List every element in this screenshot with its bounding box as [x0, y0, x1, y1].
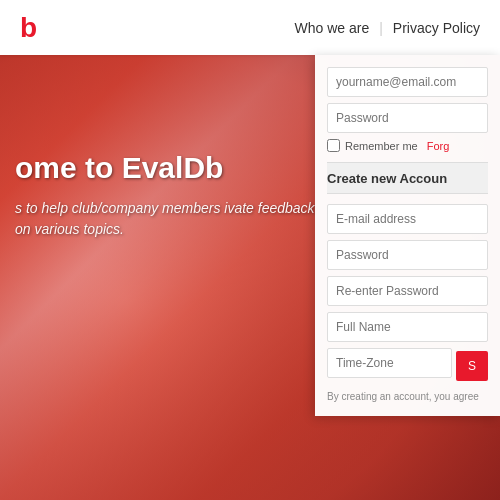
register-section-title: Create new Accoun [327, 171, 447, 186]
register-divider: Create new Accoun [327, 162, 488, 194]
nav-divider: | [379, 20, 383, 36]
hero-subtitle: s to help club/company members ivate fee… [15, 198, 325, 240]
register-reenter-password-input[interactable] [327, 276, 488, 306]
timezone-row: S [327, 348, 488, 384]
navigation: Who we are | Privacy Policy [295, 20, 480, 36]
remember-me-checkbox[interactable] [327, 139, 340, 152]
login-password-input[interactable] [327, 103, 488, 133]
privacy-policy-link[interactable]: Privacy Policy [393, 20, 480, 36]
register-section: S By creating an account, you agree [327, 204, 488, 404]
hero-title: ome to EvalDb [15, 150, 325, 186]
logo: b [20, 12, 36, 44]
auth-panel: Remember me Forg Create new Accoun S By … [315, 55, 500, 416]
remember-row: Remember me Forg [327, 139, 488, 152]
register-agreement-text: By creating an account, you agree [327, 390, 488, 404]
register-password-input[interactable] [327, 240, 488, 270]
login-section: Remember me Forg [327, 67, 488, 152]
register-timezone-input[interactable] [327, 348, 452, 378]
header: b Who we are | Privacy Policy [0, 0, 500, 55]
login-email-input[interactable] [327, 67, 488, 97]
hero-text-block: ome to EvalDb s to help club/company mem… [15, 150, 325, 240]
register-fullname-input[interactable] [327, 312, 488, 342]
who-we-are-link[interactable]: Who we are [295, 20, 370, 36]
register-submit-button[interactable]: S [456, 351, 488, 381]
remember-me-label: Remember me [345, 140, 418, 152]
register-email-input[interactable] [327, 204, 488, 234]
forgot-password-link[interactable]: Forg [427, 140, 450, 152]
